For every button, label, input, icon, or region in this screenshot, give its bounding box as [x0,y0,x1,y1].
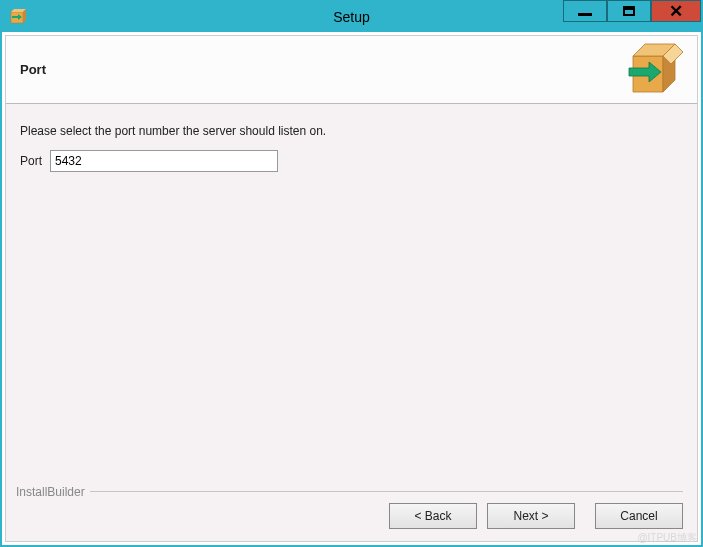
branding-text: InstallBuilder [16,485,85,499]
back-button[interactable]: < Back [389,503,477,529]
minimize-icon [578,13,592,16]
branding-divider [90,491,683,492]
minimize-button[interactable] [563,0,607,22]
port-field-row: Port [20,150,683,172]
cancel-button[interactable]: Cancel [595,503,683,529]
window-controls: ✕ [563,2,701,32]
maximize-button[interactable] [607,0,651,22]
close-icon: ✕ [669,3,683,20]
setup-window: Setup ✕ Port [0,0,703,547]
page-title: Port [20,62,46,77]
instruction-text: Please select the port number the server… [20,124,683,138]
next-button[interactable]: Next > [487,503,575,529]
window-title: Setup [333,9,370,25]
port-label: Port [20,154,42,168]
maximize-icon [623,6,635,16]
installer-box-icon [625,42,685,96]
wizard-panel: Port Please select the port number the s… [5,35,698,542]
wizard-footer: InstallBuilder < Back Next > Cancel [6,493,697,541]
wizard-content: Please select the port number the server… [6,104,697,493]
port-input[interactable] [50,150,278,172]
titlebar: Setup ✕ [2,2,701,32]
wizard-header: Port [6,36,697,104]
app-icon [10,9,26,25]
close-button[interactable]: ✕ [651,0,701,22]
